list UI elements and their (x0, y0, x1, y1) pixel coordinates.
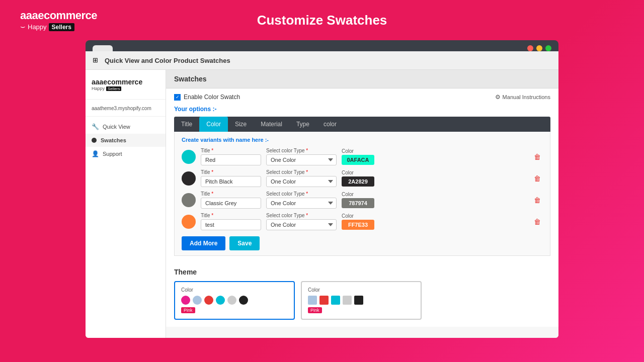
color-type-select-1[interactable]: One Color (266, 154, 337, 165)
color-type-field-wrapper-3: Select color Type * One Color (266, 191, 337, 209)
color-badge-4[interactable]: FF7E33 (342, 220, 374, 230)
color-badge-1[interactable]: 0AFACA (342, 155, 374, 165)
variant-row-1: Title * Select color Type * One Color (182, 148, 543, 165)
swatch-lightgray (227, 296, 236, 305)
theme-pink-label-1: Pink (181, 307, 195, 313)
delete-btn-1[interactable]: 🗑 (532, 152, 543, 162)
title-input-4[interactable] (201, 219, 261, 230)
create-variants-label: Create variants with name here :- (182, 137, 543, 143)
variant-color-circle-2 (182, 171, 196, 186)
color-type-label-2: Select color Type * (266, 169, 337, 175)
title-field-wrapper-3: Title * (201, 191, 261, 209)
app-grid-icon: ⊞ (93, 56, 101, 64)
color-type-select-4[interactable]: One Color (266, 219, 337, 230)
sidebar-brand-name: aaaecommerce (92, 78, 159, 86)
browser-chrome (86, 40, 558, 51)
sidebar-sellers-badge: Sellers (106, 86, 121, 91)
title-field-wrapper-2: Title * (201, 169, 261, 187)
color-hex-label-4: Color (342, 213, 374, 219)
browser-tab (93, 45, 113, 51)
tab-color2[interactable]: color (316, 117, 344, 132)
variant-fields-2: Title * Select color Type * One Color (201, 169, 527, 187)
color-type-label-3: Select color Type * (266, 191, 337, 197)
swatches-dot-icon (92, 138, 97, 143)
swatch-sq-red (319, 296, 329, 305)
color-type-select-2[interactable]: One Color (266, 176, 337, 187)
theme-card-circle[interactable]: Color Pink (174, 281, 295, 320)
theme-label: Theme (174, 268, 550, 276)
variant-row-3: Title * Select color Type * One Color (182, 191, 543, 209)
swatch-lightblue (193, 296, 202, 305)
sidebar: aaaecommerce Happy Sellers aaatheme3.mys… (86, 70, 166, 338)
variant-fields-4: Title * Select color Type * One Color (201, 213, 527, 230)
enable-label: Enable Color Swatch (184, 94, 240, 101)
theme-cards: Color Pink Color (174, 281, 550, 320)
sidebar-brand: aaaecommerce Happy Sellers (86, 78, 166, 100)
sidebar-item-quick-view[interactable]: 🔧 Quick View (86, 120, 166, 134)
save-button[interactable]: Save (229, 236, 260, 250)
sidebar-item-swatches-label: Swatches (101, 137, 126, 143)
sidebar-item-swatches[interactable]: Swatches (86, 134, 166, 147)
tab-type[interactable]: Type (289, 117, 316, 132)
color-type-select-3[interactable]: One Color (266, 198, 337, 209)
swatches-section-header: Swatches (166, 70, 558, 88)
theme-swatches-squares (308, 296, 415, 305)
swatch-red (204, 296, 213, 305)
manual-instructions-btn[interactable]: ⚙ Manual Instructions (495, 94, 550, 101)
variant-row-2: Title * Select color Type * One Color (182, 169, 543, 187)
color-field-wrapper-4: Color FF7E33 (342, 213, 374, 230)
variant-fields-1: Title * Select color Type * One Color (201, 148, 527, 165)
tab-color[interactable]: Color (199, 117, 228, 132)
sidebar-item-support[interactable]: 👤 Support (86, 147, 166, 161)
manual-instructions-label: Manual Instructions (503, 94, 550, 100)
page-title: Customize Swatches (257, 13, 387, 28)
tabs-bar: Title Color Size Material Type color (174, 117, 550, 132)
your-options-label: Your options :- (174, 106, 550, 113)
theme-card-1-label: Color (181, 287, 288, 293)
wrench-icon: 🔧 (92, 123, 99, 130)
theme-swatches-circles (181, 296, 288, 305)
enable-left: ✓ Enable Color Swatch (174, 94, 240, 101)
top-header: aaaecommerce ⌣ Happy Sellers Customize S… (0, 0, 644, 40)
delete-btn-4[interactable]: 🗑 (532, 217, 543, 227)
title-field-label-2: Title * (201, 169, 261, 175)
title-field-wrapper-1: Title * (201, 148, 261, 165)
swatch-sq-black (354, 296, 363, 305)
add-more-button[interactable]: Add More (182, 236, 225, 250)
title-field-label-3: Title * (201, 191, 261, 197)
minimize-dot[interactable] (536, 45, 542, 51)
gear-icon: ⚙ (495, 94, 501, 101)
brand-name: aaaecommerce (20, 9, 97, 22)
sidebar-item-quick-view-label: Quick View (103, 124, 130, 130)
title-input-3[interactable] (201, 198, 261, 209)
app-header: ⊞ Quick View and Color Product Swatches (86, 51, 558, 70)
delete-btn-2[interactable]: 🗑 (532, 173, 543, 184)
title-input-2[interactable] (201, 176, 261, 187)
theme-card-square[interactable]: Color Pink (301, 281, 422, 320)
variant-color-circle-1 (182, 150, 196, 164)
maximize-dot[interactable] (545, 45, 551, 51)
title-input-1[interactable] (201, 154, 261, 165)
delete-btn-3[interactable]: 🗑 (532, 195, 543, 205)
tab-size[interactable]: Size (228, 117, 254, 132)
theme-section: Theme Color Pink (166, 261, 558, 327)
tab-material[interactable]: Material (254, 117, 289, 132)
color-badge-3[interactable]: 787974 (342, 198, 374, 208)
brand-tagline: Happy Sellers (28, 23, 74, 31)
color-field-wrapper-1: Color 0AFACA (342, 148, 374, 165)
main-content: Swatches ✓ Enable Color Swatch ⚙ Manual … (166, 70, 558, 338)
enable-row: ✓ Enable Color Swatch ⚙ Manual Instructi… (174, 94, 550, 101)
color-badge-2[interactable]: 2A2829 (342, 176, 374, 187)
sidebar-nav: 🔧 Quick View Swatches 👤 Support (86, 117, 166, 164)
user-icon: 👤 (92, 150, 99, 157)
color-field-wrapper-2: Color 2A2829 (342, 170, 374, 187)
action-buttons: Add More Save (182, 236, 543, 250)
variants-section: Create variants with name here :- Title … (174, 132, 550, 256)
close-dot[interactable] (527, 45, 533, 51)
tab-title[interactable]: Title (174, 117, 199, 132)
variant-fields-3: Title * Select color Type * One Color (201, 191, 527, 209)
variant-row-4: Title * Select color Type * One Color (182, 213, 543, 230)
enable-checkbox[interactable]: ✓ (174, 94, 181, 101)
swatch-sq-lightgray (343, 296, 352, 305)
swatch-pink (181, 296, 190, 305)
